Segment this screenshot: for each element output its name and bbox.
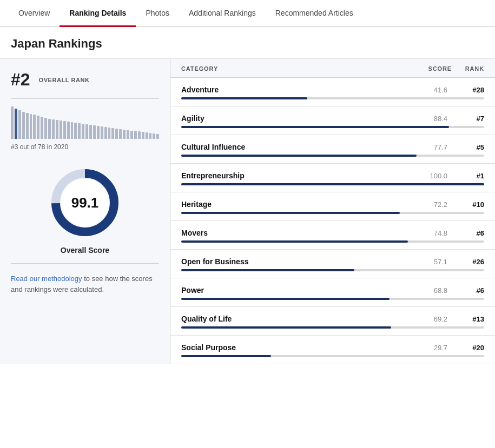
progress-bar-bg-5 bbox=[181, 240, 484, 243]
methodology-link[interactable]: Read our methodology bbox=[11, 275, 82, 283]
progress-bar-fill-2 bbox=[181, 155, 417, 157]
category-rank-1: #7 bbox=[452, 115, 484, 123]
bar-5 bbox=[30, 114, 32, 139]
category-name-1: Agility bbox=[181, 114, 408, 123]
bar-38 bbox=[153, 133, 155, 139]
category-rows: Adventure41.6#28Agility88.4#7Cultural In… bbox=[170, 78, 495, 364]
progress-bar-bg-7 bbox=[181, 298, 484, 300]
col-rank: RANK bbox=[452, 65, 484, 72]
bar-15 bbox=[67, 122, 70, 139]
category-rank-0: #28 bbox=[452, 86, 484, 94]
category-name-3: Entrepreneurship bbox=[181, 171, 408, 180]
bar-9 bbox=[44, 118, 47, 139]
rank-number: #2 bbox=[11, 70, 30, 90]
bar-6 bbox=[33, 115, 36, 139]
bar-31 bbox=[127, 130, 129, 139]
bar-10 bbox=[48, 119, 51, 139]
category-score-7: 68.8 bbox=[408, 286, 452, 295]
bar-36 bbox=[146, 132, 148, 139]
progress-bar-fill-7 bbox=[181, 298, 390, 300]
bar-29 bbox=[119, 129, 122, 139]
category-name-9: Social Purpose bbox=[181, 343, 408, 352]
methodology-note: Read our methodology to see how the scor… bbox=[11, 273, 159, 295]
bar-28 bbox=[115, 129, 118, 139]
category-name-5: Movers bbox=[181, 229, 408, 237]
category-score-8: 69.2 bbox=[408, 315, 452, 323]
bar-21 bbox=[89, 125, 92, 139]
progress-bar-fill-4 bbox=[181, 212, 400, 214]
table-row: Quality of Life69.2#13 bbox=[170, 307, 495, 336]
bar-25 bbox=[104, 127, 107, 139]
category-rank-9: #20 bbox=[452, 344, 484, 352]
progress-bar-bg-4 bbox=[181, 212, 484, 214]
progress-bar-fill-0 bbox=[181, 97, 307, 99]
bar-37 bbox=[149, 133, 152, 139]
table-row: Adventure41.6#28 bbox=[170, 78, 495, 106]
bar-35 bbox=[142, 132, 144, 139]
nav-item-overview[interactable]: Overview bbox=[9, 0, 60, 26]
progress-bar-bg-9 bbox=[181, 355, 484, 357]
donut-center-value: 99.1 bbox=[71, 195, 99, 211]
category-rank-3: #1 bbox=[452, 172, 484, 180]
nav-item-additional-rankings[interactable]: Additional Rankings bbox=[179, 0, 266, 26]
progress-bar-bg-3 bbox=[181, 183, 484, 185]
bar-11 bbox=[52, 119, 55, 139]
category-score-2: 77.7 bbox=[408, 143, 452, 151]
bar-12 bbox=[56, 120, 58, 139]
table-row: Power68.8#6 bbox=[170, 278, 495, 307]
bar-34 bbox=[138, 131, 141, 139]
category-name-0: Adventure bbox=[181, 85, 408, 94]
bar-26 bbox=[108, 128, 111, 139]
category-name-7: Power bbox=[181, 286, 408, 295]
category-name-6: Open for Business bbox=[181, 257, 408, 266]
table-row: Cultural Influence77.7#5 bbox=[170, 135, 495, 164]
table-row: Social Purpose29.7#20 bbox=[170, 336, 495, 364]
bar-22 bbox=[93, 125, 96, 139]
table-row: Entrepreneurship100.0#1 bbox=[170, 164, 495, 192]
category-rank-2: #5 bbox=[452, 143, 484, 151]
progress-bar-bg-1 bbox=[181, 126, 484, 128]
bar-20 bbox=[85, 124, 88, 139]
nav-bar: OverviewRanking DetailsPhotosAdditional … bbox=[0, 0, 495, 27]
progress-bar-fill-9 bbox=[181, 355, 271, 357]
bar-27 bbox=[111, 128, 114, 139]
nav-item-photos[interactable]: Photos bbox=[136, 0, 179, 26]
progress-bar-fill-8 bbox=[181, 326, 391, 329]
category-rank-5: #6 bbox=[452, 229, 484, 237]
col-category: CATEGORY bbox=[181, 65, 408, 72]
bar-14 bbox=[63, 121, 66, 139]
progress-bar-bg-0 bbox=[181, 97, 484, 99]
overall-score-label: Overall Score bbox=[61, 246, 109, 255]
nav-item-ranking-details[interactable]: Ranking Details bbox=[60, 0, 136, 26]
bar-39 bbox=[156, 134, 159, 139]
right-panel: CATEGORY SCORE RANK Adventure41.6#28Agil… bbox=[170, 59, 495, 364]
page-title: Japan Rankings bbox=[0, 27, 495, 59]
bar-chart bbox=[11, 106, 159, 139]
table-row: Open for Business57.1#26 bbox=[170, 250, 495, 278]
bar-30 bbox=[123, 130, 126, 139]
bar-8 bbox=[41, 117, 43, 139]
bar-0 bbox=[11, 106, 14, 139]
bar-32 bbox=[130, 131, 133, 139]
table-row: Heritage72.2#10 bbox=[170, 192, 495, 221]
category-rank-4: #10 bbox=[452, 200, 484, 209]
table-row: Agility88.4#7 bbox=[170, 106, 495, 135]
table-row: Movers74.8#6 bbox=[170, 221, 495, 250]
progress-bar-bg-8 bbox=[181, 326, 484, 329]
category-rank-8: #13 bbox=[452, 315, 484, 323]
bar-3 bbox=[22, 112, 25, 139]
progress-bar-fill-6 bbox=[181, 269, 354, 271]
category-score-4: 72.2 bbox=[408, 200, 452, 209]
nav-item-recommended-articles[interactable]: Recommended Articles bbox=[266, 0, 363, 26]
category-name-8: Quality of Life bbox=[181, 315, 408, 323]
bar-13 bbox=[60, 121, 62, 139]
bar-16 bbox=[71, 122, 74, 139]
bar-4 bbox=[26, 113, 29, 139]
col-score: SCORE bbox=[408, 65, 452, 72]
progress-bar-bg-6 bbox=[181, 269, 484, 271]
left-panel: #2 OVERALL RANK #3 out of 78 in 2020 99.… bbox=[0, 59, 170, 364]
bar-19 bbox=[82, 124, 84, 139]
rank-header: #2 OVERALL RANK bbox=[11, 70, 159, 99]
donut-container: 99.1 Overall Score bbox=[11, 159, 159, 264]
bar-23 bbox=[97, 126, 100, 139]
